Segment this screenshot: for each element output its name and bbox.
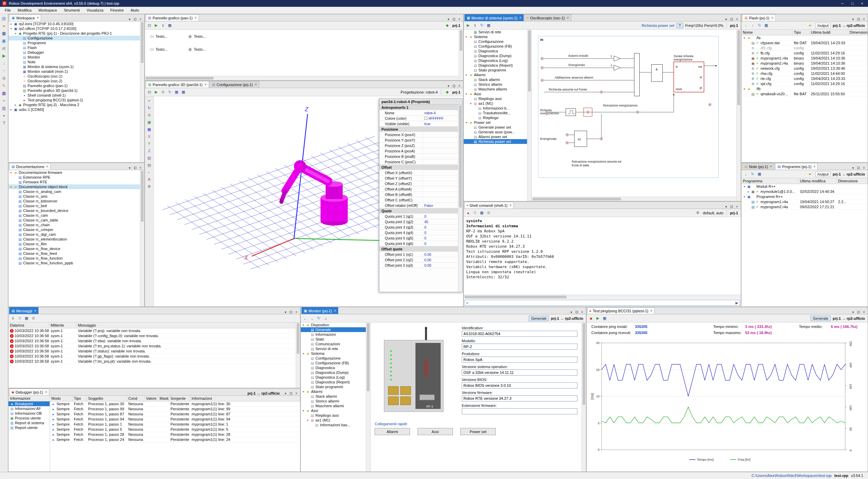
- property-group[interactable]: Offset: [379, 165, 462, 170]
- property-value[interactable]: 45: [423, 220, 462, 224]
- tree-item[interactable]: ▾▰Documentazione firmware: [9, 170, 144, 175]
- pan1-item[interactable]: ▭Testo...: [150, 47, 167, 52]
- column-header[interactable]: Tipo: [72, 396, 87, 401]
- breakpoint-row[interactable]: ▸SempreFetchProcesso 1, passo 94NessunaP…: [50, 417, 300, 422]
- tab-close-icon[interactable]: ×: [204, 83, 207, 86]
- play-icon[interactable]: ▶: [465, 22, 471, 29]
- scrollbar[interactable]: [582, 323, 586, 472]
- column-header[interactable]: Mittente: [49, 323, 77, 328]
- upload-icon[interactable]: ↑: [1, 68, 7, 74]
- expand-arrow-icon[interactable]: ▸: [10, 108, 13, 111]
- message-row[interactable]: ×10/03/2022 10:36:58sysm-1Variabile (?.e…: [9, 338, 300, 344]
- refresh-icon[interactable]: ↻: [167, 89, 173, 95]
- tab[interactable]: ▣Workspace×: [9, 14, 41, 21]
- message-row[interactable]: ×10/03/2022 10:36:58sysm-1Variabile (?.t…: [9, 359, 300, 364]
- panel-float-icon[interactable]: ⊡: [574, 310, 579, 314]
- tree-item[interactable]: ▪Shell comandi (shell-1): [9, 93, 144, 98]
- breakpoint-row[interactable]: ▸SempreFetchProcesso 1, passo 30NessunaP…: [50, 401, 300, 407]
- tree-item[interactable]: ▤Classe rc_analog_cam: [9, 189, 144, 194]
- collapse-arrow-icon[interactable]: ▾: [306, 419, 309, 422]
- refresh-icon[interactable]: ↻: [316, 315, 322, 321]
- graphic-panel-icon[interactable]: ▧: [1, 105, 7, 111]
- save-icon[interactable]: ▦: [23, 315, 30, 321]
- tree-item[interactable]: ▤Stato programmi: [464, 68, 531, 72]
- program-row[interactable]: ▤✓myprogram1.r4a19/04/2021 14:50:272.2..…: [741, 199, 868, 204]
- panel-float-icon[interactable]: ⊡: [856, 310, 861, 314]
- property-group[interactable]: Posizione: [379, 127, 462, 132]
- tree-item[interactable]: ▤Flash: [9, 45, 144, 50]
- panel-float-icon[interactable]: ⊡: [856, 166, 861, 170]
- scrollbar[interactable]: [366, 323, 370, 472]
- tab-close-icon[interactable]: ×: [334, 309, 336, 313]
- tree-item[interactable]: ▤Generale: [301, 327, 370, 332]
- property-row[interactable]: Posizione A (posA): [379, 148, 462, 154]
- property-row[interactable]: Quota joint 2 (qj2)45: [379, 219, 462, 225]
- program-row[interactable]: ▤✓myprogram2.r4a09/02/2022 17:21:21: [741, 204, 868, 210]
- breakpoint-row[interactable]: ▸SempreFetchProcesso 1, passo 24NessunaP…: [50, 437, 300, 442]
- tree-item[interactable]: ▤Maschere allarmi: [301, 403, 370, 408]
- panel-menu-icon[interactable]: ▾: [127, 17, 132, 21]
- column-header[interactable]: Ultima modifica: [799, 178, 837, 184]
- panel-close-icon[interactable]: ×: [294, 310, 299, 314]
- panel-menu-icon[interactable]: ▾: [851, 17, 855, 21]
- tab[interactable]: ◆Debugger (prj-1)×: [9, 389, 49, 395]
- edit-icon[interactable]: ✎: [1, 83, 7, 89]
- tree-item[interactable]: ▤Configurazione (FB): [301, 361, 370, 365]
- tree-item[interactable]: ▤Configurazione: [9, 36, 144, 40]
- tree-item[interactable]: ▾▰Sistema: [464, 34, 531, 39]
- message-row[interactable]: ×10/03/2022 10:36:58sysm-1Variabile (?.s…: [9, 349, 300, 354]
- property-value[interactable]: 0: [423, 214, 462, 218]
- property-row[interactable]: Offset B (offsetB): [379, 192, 462, 197]
- column-header[interactable]: Tipo: [792, 30, 809, 35]
- save-icon[interactable]: ▦: [763, 22, 769, 29]
- tab-close-icon[interactable]: ×: [34, 309, 36, 313]
- panel-menu-icon[interactable]: ▾: [724, 205, 728, 209]
- column-header[interactable]: Sorgente: [169, 396, 190, 401]
- panel-menu-icon[interactable]: ▾: [283, 310, 288, 314]
- tree-item[interactable]: ▤Trasduttore/Att...: [464, 111, 531, 115]
- property-group[interactable]: Offset quote: [379, 246, 462, 252]
- tree-item[interactable]: ▤Classe rc_chain: [9, 222, 144, 227]
- play-icon[interactable]: ▶: [153, 22, 159, 29]
- tree-item[interactable]: ▤Classe rc_cam: [9, 213, 144, 218]
- tree-item[interactable]: ▤Diagnostica (Report): [464, 63, 531, 68]
- tree-item[interactable]: ▤Diagnostica (Dump): [301, 370, 370, 375]
- tree-item[interactable]: ▸◆Progetto RTE (prj-3) - Macchina 2: [9, 102, 144, 107]
- menu-finestre[interactable]: Finestre: [107, 7, 127, 14]
- device-field-input[interactable]: [462, 395, 577, 401]
- tree-item[interactable]: ▤Classe rc_bdeserver: [9, 199, 144, 203]
- tree-item[interactable]: ▾▰Assi: [464, 92, 531, 96]
- workspace-path[interactable]: C:\Users\Alex\Robox\Rde3\Workspaces\test…: [752, 474, 832, 478]
- expand-arrow-icon[interactable]: ▸: [747, 190, 750, 193]
- tab[interactable]: ▤Configurazione (prj-1)×: [210, 81, 259, 88]
- workspace-icon[interactable]: ▣: [1, 38, 7, 44]
- panel-float-icon[interactable]: ⊡: [729, 17, 734, 21]
- message-row[interactable]: ×10/03/2022 10:36:58sysm-1Variabile (?.p…: [9, 328, 300, 333]
- tab-close-icon[interactable]: ×: [650, 309, 652, 313]
- scrollbar[interactable]: [464, 295, 741, 299]
- sidebar-item[interactable]: ▣Processi utente: [9, 416, 50, 420]
- panel-close-icon[interactable]: ×: [580, 310, 585, 314]
- tab-close-icon[interactable]: ×: [567, 16, 569, 20]
- breakpoint-row[interactable]: ▸SempreFetchProcesso 1, passo 87NessunaP…: [50, 412, 300, 417]
- help-icon[interactable]: ?: [1, 120, 7, 126]
- panel-menu-icon[interactable]: ▾: [127, 166, 132, 170]
- refresh-icon[interactable]: ↻: [479, 22, 485, 29]
- tree-item[interactable]: ▾▰Allarmi: [301, 389, 370, 394]
- panel-menu-icon[interactable]: ▾: [724, 17, 728, 21]
- tree-item[interactable]: ▤Configurazione: [301, 356, 370, 361]
- property-row[interactable]: Posizione Z (posZ): [379, 143, 462, 148]
- tree-item[interactable]: ▾▰Dispositivo: [301, 323, 370, 327]
- property-value[interactable]: robot-4: [423, 111, 462, 115]
- tree-item[interactable]: ▤Note: [9, 60, 144, 64]
- panel-close-icon[interactable]: ×: [457, 84, 462, 88]
- property-value[interactable]: Falso: [423, 203, 462, 208]
- collapse-arrow-icon[interactable]: ▾: [743, 36, 746, 39]
- property-row[interactable]: Posizione C (posC): [379, 159, 462, 165]
- tree-item[interactable]: ▾◎ax1 (M1): [301, 418, 370, 423]
- tab[interactable]: ▤Messaggi×: [9, 307, 38, 314]
- menu-modifica[interactable]: Modifica: [14, 7, 35, 14]
- close-button[interactable]: ×: [861, 1, 863, 5]
- shell-command-input[interactable]: [470, 301, 734, 305]
- quick-link-button[interactable]: Allarmi: [375, 428, 410, 435]
